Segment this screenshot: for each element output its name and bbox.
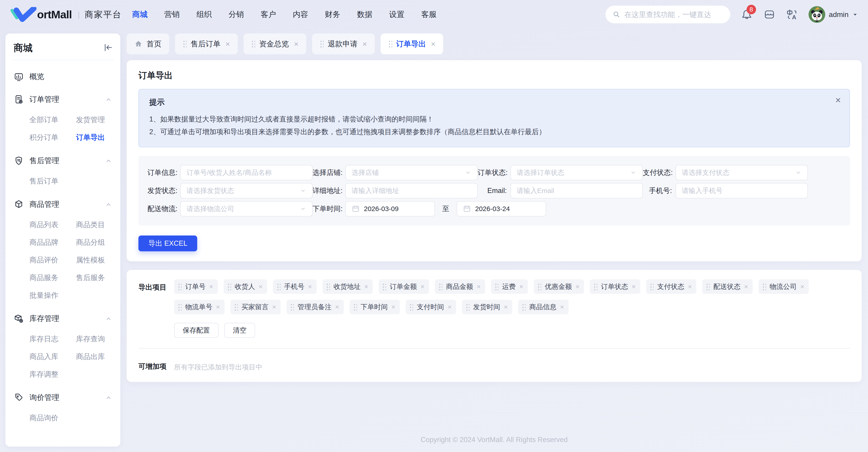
sidebar-subitem-inventory-logs[interactable]: 库存日志 <box>29 330 76 348</box>
export-tag-tracking-number[interactable]: 物流单号× <box>174 300 224 314</box>
drag-handle-icon[interactable] <box>495 283 498 290</box>
drag-handle-icon[interactable] <box>382 283 386 290</box>
email-input[interactable] <box>510 183 643 199</box>
top-menu-item-distribution[interactable]: 分销 <box>228 8 244 21</box>
tab-home[interactable]: 首页 <box>127 33 169 54</box>
drag-handle-icon[interactable] <box>388 40 392 48</box>
tip-close-icon[interactable]: × <box>835 95 841 106</box>
save-config-button[interactable]: 保存配置 <box>174 323 218 338</box>
top-menu-item-marketing[interactable]: 营销 <box>164 8 180 21</box>
export-tag-shipping-fee[interactable]: 运费× <box>491 279 528 294</box>
sidebar-subitem-points-orders[interactable]: 积分订单 <box>29 128 76 146</box>
export-tag-order-time[interactable]: 下单时间× <box>350 300 400 314</box>
sidebar-group-order-management[interactable]: 订单管理 <box>12 89 114 110</box>
export-tag-product-info[interactable]: 商品信息× <box>518 300 568 314</box>
top-menu-item-settings[interactable]: 设置 <box>389 8 404 21</box>
tag-close-icon[interactable]: × <box>364 283 368 291</box>
notifications-button[interactable]: 8 <box>741 8 753 21</box>
sidebar-subitem-batch-operations[interactable]: 批量操作 <box>29 287 76 304</box>
logistics-select[interactable]: 请选择物流公司 <box>180 201 313 216</box>
sidebar-group-inquiry-management[interactable]: ¥ 询价管理 <box>12 387 114 408</box>
sidebar-subitem-attribute-templates[interactable]: 属性模板 <box>76 251 114 269</box>
export-tag-payment-time[interactable]: 支付时间× <box>406 300 456 314</box>
order-info-input[interactable] <box>180 165 313 180</box>
tab-order-export[interactable]: 订单导出 × <box>381 33 443 54</box>
export-tag-consignee[interactable]: 收货人× <box>224 279 267 294</box>
tag-close-icon[interactable]: × <box>259 283 263 291</box>
sidebar-collapse-button[interactable] <box>103 42 113 53</box>
top-menu-item-finance[interactable]: 财务 <box>325 8 340 21</box>
drag-handle-icon[interactable] <box>706 283 710 290</box>
tag-close-icon[interactable]: × <box>477 283 481 291</box>
sidebar-subitem-order-export[interactable]: 订单导出 <box>76 128 114 146</box>
sidebar-subitem-aftersale-orders[interactable]: 售后订单 <box>29 172 76 190</box>
sidebar-subitem-product-brands[interactable]: 商品品牌 <box>29 234 76 251</box>
top-menu-item-organization[interactable]: 组织 <box>196 8 212 21</box>
drag-handle-icon[interactable] <box>650 283 654 290</box>
end-date-picker[interactable]: 2026-03-24 <box>457 201 546 216</box>
tag-close-icon[interactable]: × <box>504 303 508 311</box>
drag-handle-icon[interactable] <box>326 283 330 290</box>
order-status-select[interactable]: 请选择订单状态 <box>510 165 643 180</box>
tab-funds-overview[interactable]: 资金总览 × <box>244 33 306 54</box>
drag-handle-icon[interactable] <box>537 283 541 290</box>
export-tag-order-number[interactable]: 订单号× <box>174 279 218 294</box>
drag-handle-icon[interactable] <box>178 303 182 311</box>
language-switch-button[interactable]: A <box>786 8 798 21</box>
tag-close-icon[interactable]: × <box>447 303 452 311</box>
sidebar-item-overview[interactable]: 概览 <box>12 66 114 87</box>
drag-handle-icon[interactable] <box>466 303 469 311</box>
export-tag-discount-amount[interactable]: 优惠金额× <box>534 279 584 294</box>
drag-handle-icon[interactable] <box>353 303 357 311</box>
tag-close-icon[interactable]: × <box>308 283 312 291</box>
sidebar-subitem-aftersale-services[interactable]: 售后服务 <box>76 269 114 287</box>
tag-close-icon[interactable]: × <box>560 303 564 311</box>
tab-close-icon[interactable]: × <box>294 39 299 49</box>
export-tag-order-amount[interactable]: 订单金额× <box>379 279 429 294</box>
export-tag-product-amount[interactable]: 商品金额× <box>435 279 485 294</box>
export-tag-logistics-company[interactable]: 物流公司× <box>758 279 809 294</box>
clear-button[interactable]: 清空 <box>224 323 255 338</box>
tab-close-icon[interactable]: × <box>363 39 367 49</box>
tag-close-icon[interactable]: × <box>632 283 636 291</box>
tag-close-icon[interactable]: × <box>800 283 804 291</box>
drag-handle-icon[interactable] <box>320 40 323 48</box>
export-excel-button[interactable]: 导出 EXCEL <box>138 236 197 251</box>
drag-handle-icon[interactable] <box>593 283 597 290</box>
payment-status-select[interactable]: 请选择支付状态 <box>676 165 808 180</box>
sidebar-subitem-inventory-query[interactable]: 库存查询 <box>76 330 114 348</box>
export-tag-admin-note[interactable]: 管理员备注× <box>286 300 344 314</box>
tag-close-icon[interactable]: × <box>335 303 339 311</box>
sidebar-subitem-product-groups[interactable]: 商品分组 <box>76 234 114 251</box>
drag-handle-icon[interactable] <box>522 303 526 311</box>
sidebar-subitem-inventory-adjustment[interactable]: 库存调整 <box>29 365 76 383</box>
brand[interactable]: ortMall | 商家平台 <box>10 7 122 22</box>
shipping-status-select[interactable]: 请选择发货状态 <box>180 183 313 199</box>
drag-handle-icon[interactable] <box>409 303 413 311</box>
tab-aftersale-orders[interactable]: 售后订单 × <box>175 33 238 54</box>
phone-input[interactable] <box>676 183 808 199</box>
sidebar-group-aftersale-management[interactable]: 售后管理 <box>12 150 114 171</box>
sidebar-subitem-product-inbound[interactable]: 商品入库 <box>29 348 76 365</box>
sidebar-subitem-product-services[interactable]: 商品服务 <box>29 269 76 287</box>
export-tag-buyer-message[interactable]: 买家留言× <box>230 300 281 314</box>
sidebar-subitem-product-inquiry[interactable]: 商品询价 <box>29 409 76 427</box>
export-tag-shipping-address[interactable]: 收货地址× <box>322 279 373 294</box>
tab-close-icon[interactable]: × <box>431 39 436 49</box>
drag-handle-icon[interactable] <box>438 283 442 290</box>
tag-close-icon[interactable]: × <box>744 283 748 291</box>
sidebar-group-inventory-management[interactable]: 库存管理 <box>12 308 114 329</box>
sidebar-subitem-shipping-management[interactable]: 发货管理 <box>76 111 114 128</box>
top-menu-item-content[interactable]: 内容 <box>293 8 308 21</box>
export-tag-delivery-status[interactable]: 配送状态× <box>702 279 753 294</box>
sidebar-subitem-product-categories[interactable]: 商品类目 <box>76 216 114 234</box>
drag-handle-icon[interactable] <box>183 40 187 48</box>
tag-close-icon[interactable]: × <box>421 283 425 291</box>
drag-handle-icon[interactable] <box>234 303 238 311</box>
sidebar-subitem-product-reviews[interactable]: 商品评价 <box>29 251 76 269</box>
top-menu-item-support[interactable]: 客服 <box>421 8 436 21</box>
global-search[interactable] <box>606 6 730 23</box>
tag-close-icon[interactable]: × <box>272 303 276 311</box>
tag-close-icon[interactable]: × <box>209 283 213 291</box>
drag-handle-icon[interactable] <box>251 40 255 48</box>
